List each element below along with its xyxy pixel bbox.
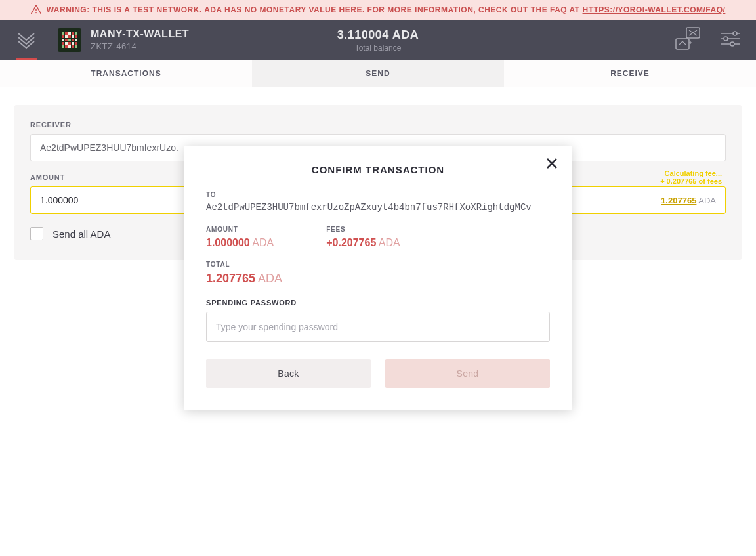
modal-fees-label: FEES (326, 226, 400, 233)
back-button[interactable]: Back (206, 359, 371, 388)
modal-title: CONFIRM TRANSACTION (206, 164, 550, 175)
send-button[interactable]: Send (385, 359, 550, 388)
confirm-transaction-modal: CONFIRM TRANSACTION TO Ae2tdPwUPEZ3HUU7b… (184, 146, 572, 410)
modal-close-button[interactable] (546, 158, 558, 172)
modal-amount-value: 1.000000 ADA (206, 237, 274, 249)
modal-overlay: CONFIRM TRANSACTION TO Ae2tdPwUPEZ3HUU7b… (0, 0, 756, 556)
modal-total-value: 1.207765 ADA (206, 272, 550, 286)
modal-fees-value: +0.207765 ADA (326, 237, 400, 249)
close-icon (546, 158, 558, 169)
modal-total-label: TOTAL (206, 261, 550, 268)
spending-password-label: SPENDING PASSWORD (206, 299, 550, 307)
spending-password-input[interactable] (206, 312, 550, 342)
modal-amount-label: AMOUNT (206, 226, 274, 233)
modal-to-label: TO (206, 191, 550, 198)
modal-to-address: Ae2tdPwUPEZ3HUU7bmfexrUzoZpAZxuyt4b4bn7f… (206, 202, 550, 213)
